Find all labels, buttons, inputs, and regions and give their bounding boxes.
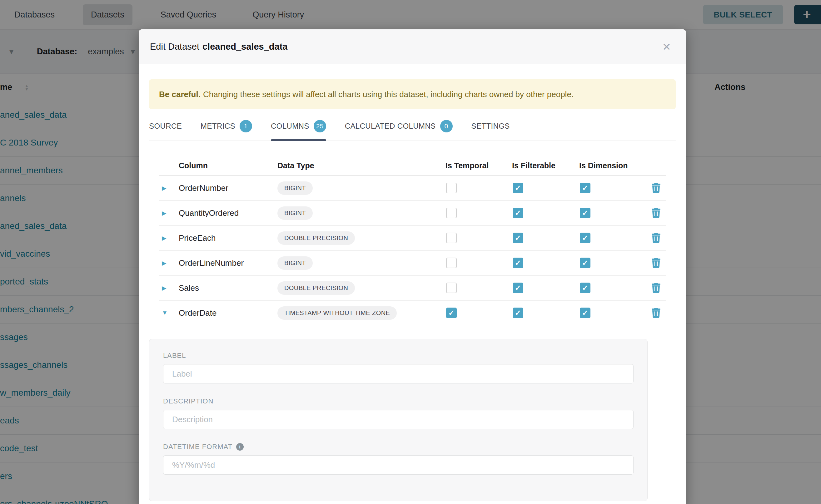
is-temporal-header: Is Temporal — [446, 161, 512, 170]
is-dimension-checkbox[interactable]: ✓ — [580, 208, 591, 218]
data-type-pill: BIGINT — [277, 256, 313, 270]
column-row-expanded: ▼ OrderDate TIMESTAMP WITHOUT TIME ZONE … — [159, 301, 666, 325]
column-row: ▶ PriceEach DOUBLE PRECISION ✓ ✓ — [159, 226, 666, 251]
trash-icon — [651, 283, 661, 293]
modal-title: Edit Datasetcleaned_sales_data — [150, 42, 287, 52]
description-field-group: DESCRIPTION — [163, 397, 634, 429]
is-temporal-checkbox[interactable] — [446, 183, 457, 193]
data-type-pill: BIGINT — [277, 206, 313, 220]
warning-bold-text: Be careful. — [159, 90, 200, 99]
tab-calculated-columns[interactable]: CALCULATED COLUMNS 0 — [345, 120, 453, 141]
delete-column-button[interactable] — [651, 283, 661, 293]
expand-caret-icon[interactable]: ▶ — [159, 284, 179, 292]
column-header: Column — [179, 161, 277, 170]
delete-column-button[interactable] — [651, 258, 661, 268]
tab-metrics-label: METRICS — [200, 122, 235, 131]
description-input[interactable] — [163, 410, 634, 429]
is-filterable-checkbox[interactable]: ✓ — [513, 183, 523, 193]
datetime-format-title-text: DATETIME FORMAT — [163, 443, 232, 451]
column-name: QuantityOrdered — [179, 208, 277, 218]
datetime-format-field-title: DATETIME FORMAT i — [163, 443, 634, 451]
column-name: PriceEach — [179, 233, 277, 243]
delete-column-button[interactable] — [651, 233, 661, 243]
modal-title-prefix: Edit Dataset — [150, 42, 199, 52]
column-editor-panel: LABEL DESCRIPTION DATETIME FORMAT i — [149, 339, 648, 501]
data-type-pill: TIMESTAMP WITHOUT TIME ZONE — [277, 306, 397, 320]
columns-table-header: Column Data Type Is Temporal Is Filterab… — [159, 156, 666, 176]
column-name: OrderNumber — [179, 183, 277, 193]
tab-source-label: SOURCE — [149, 122, 182, 131]
description-field-title: DESCRIPTION — [163, 397, 634, 405]
trash-icon — [651, 233, 661, 243]
column-name: Sales — [179, 283, 277, 293]
tab-metrics[interactable]: METRICS 1 — [200, 120, 252, 141]
datetime-format-field-group: DATETIME FORMAT i — [163, 443, 634, 475]
data-type-pill: BIGINT — [277, 181, 313, 195]
info-icon[interactable]: i — [236, 443, 244, 451]
label-field-title: LABEL — [163, 352, 634, 360]
tab-source[interactable]: SOURCE — [149, 120, 182, 141]
modal-tabs: SOURCE METRICS 1 COLUMNS 25 CALCULATED C… — [149, 120, 676, 141]
column-name: OrderLineNumber — [179, 258, 277, 268]
expand-caret-icon[interactable]: ▶ — [159, 235, 179, 242]
is-filterable-checkbox[interactable]: ✓ — [513, 233, 523, 243]
metrics-count-badge: 1 — [240, 120, 252, 132]
columns-table: Column Data Type Is Temporal Is Filterab… — [159, 156, 666, 325]
data-type-pill: DOUBLE PRECISION — [277, 281, 355, 295]
column-name: OrderDate — [179, 308, 277, 318]
is-filterable-checkbox[interactable]: ✓ — [513, 308, 523, 318]
data-type-pill: DOUBLE PRECISION — [277, 231, 355, 245]
tab-calculated-columns-label: CALCULATED COLUMNS — [345, 122, 436, 131]
tab-columns-label: COLUMNS — [271, 122, 309, 131]
datetime-format-input[interactable] — [163, 455, 634, 475]
is-filterable-checkbox[interactable]: ✓ — [513, 258, 523, 268]
expand-caret-icon[interactable]: ▶ — [159, 185, 179, 192]
data-type-header: Data Type — [277, 161, 446, 170]
tab-columns[interactable]: COLUMNS 25 — [271, 120, 326, 141]
trash-icon — [651, 208, 661, 218]
is-filterable-header: Is Filterable — [512, 161, 579, 170]
expand-caret-icon[interactable]: ▶ — [159, 259, 179, 267]
column-row: ▶ QuantityOrdered BIGINT ✓ ✓ — [159, 201, 666, 226]
is-filterable-checkbox[interactable]: ✓ — [513, 208, 523, 218]
edit-dataset-modal: Edit Datasetcleaned_sales_data ✕ Be care… — [139, 29, 686, 504]
is-temporal-checkbox[interactable] — [446, 233, 457, 243]
collapse-caret-icon[interactable]: ▼ — [159, 309, 179, 316]
label-input[interactable] — [163, 364, 634, 383]
warning-banner: Be careful. Changing these settings will… — [149, 79, 676, 109]
modal-header: Edit Datasetcleaned_sales_data ✕ — [139, 29, 686, 64]
delete-column-button[interactable] — [651, 183, 661, 193]
is-dimension-checkbox[interactable]: ✓ — [580, 258, 591, 268]
delete-column-button[interactable] — [651, 308, 661, 318]
delete-column-button[interactable] — [651, 208, 661, 218]
is-temporal-checkbox[interactable] — [446, 208, 457, 218]
is-temporal-checkbox[interactable] — [446, 283, 457, 293]
warning-text: Changing these settings will affect all … — [203, 90, 574, 99]
tab-settings-label: SETTINGS — [472, 122, 510, 131]
column-row: ▶ OrderNumber BIGINT ✓ ✓ — [159, 176, 666, 201]
is-filterable-checkbox[interactable]: ✓ — [513, 283, 523, 293]
is-temporal-checkbox[interactable] — [446, 258, 457, 268]
is-dimension-checkbox[interactable]: ✓ — [580, 233, 591, 243]
calculated-columns-count-badge: 0 — [440, 120, 453, 132]
is-dimension-header: Is Dimension — [579, 161, 646, 170]
is-dimension-checkbox[interactable]: ✓ — [580, 283, 591, 293]
expand-caret-icon[interactable]: ▶ — [159, 210, 179, 217]
is-dimension-checkbox[interactable]: ✓ — [580, 183, 591, 193]
close-icon[interactable]: ✕ — [662, 42, 671, 52]
columns-count-badge: 25 — [314, 120, 326, 132]
is-temporal-checkbox[interactable]: ✓ — [446, 308, 457, 318]
tab-settings[interactable]: SETTINGS — [472, 120, 510, 141]
modal-body: Be careful. Changing these settings will… — [139, 64, 686, 501]
modal-dataset-name: cleaned_sales_data — [202, 42, 287, 52]
is-dimension-checkbox[interactable]: ✓ — [580, 308, 591, 318]
trash-icon — [651, 308, 661, 318]
column-row: ▶ Sales DOUBLE PRECISION ✓ ✓ — [159, 276, 666, 301]
column-row: ▶ OrderLineNumber BIGINT ✓ ✓ — [159, 251, 666, 276]
label-field-group: LABEL — [163, 352, 634, 383]
trash-icon — [651, 183, 661, 193]
trash-icon — [651, 258, 661, 268]
